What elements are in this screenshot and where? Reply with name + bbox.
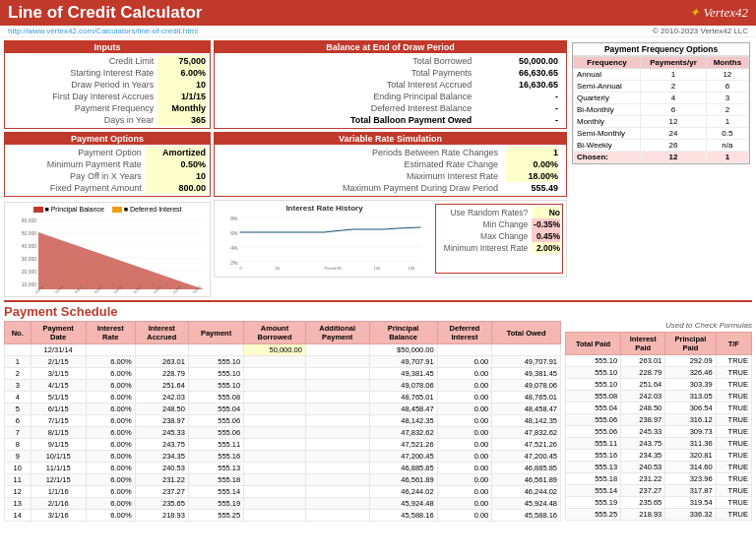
schedule-row: 34/1/156.00%251.64555.1049,078.060.0049,… (5, 380, 561, 392)
po-value-option[interactable]: Amortized (146, 147, 206, 158)
check-cell: 320.81 (665, 450, 716, 462)
freq-payments-chosen: 12 (641, 152, 707, 163)
freq-col-frequency: Frequency (574, 57, 641, 69)
payment-schedule-section: Payment Schedule No. PaymentDate Interes… (4, 300, 752, 522)
bal-value-balloon: - (479, 114, 558, 126)
schedule-cell: 6.00% (86, 392, 135, 404)
check-cell: TRUE (716, 438, 751, 450)
inputs-section: Inputs Credit Limit 75,000 Starting Inte… (4, 40, 211, 129)
ir-chart-svg: 8% 6% 4% 2% 0 40 Period 80 120 1 (218, 213, 431, 272)
sched-col-principal: PrincipalBalance (369, 322, 437, 344)
svg-marker-12 (38, 232, 204, 289)
header-link[interactable]: http://www.vertex42.com/Calculators/line… (8, 27, 198, 35)
freq-name-bi-weekly: Bi-Weekly (574, 140, 641, 152)
rr-value-use-random[interactable]: No (532, 207, 560, 218)
freq-col-months: Months (706, 57, 748, 69)
rr-row-max-change: Max Change 0.45% (438, 230, 560, 242)
schedule-cell: 5/1/15 (31, 392, 86, 404)
input-value-payment-freq[interactable]: Monthly (158, 102, 206, 114)
svg-text:140: 140 (409, 266, 415, 271)
freq-row-quarterly: Quarterly 4 3 (574, 93, 749, 104)
check-formulas-title: Used to Check Formulas (565, 321, 752, 330)
schedule-cell: 555.18 (188, 474, 243, 486)
schedule-cell: 48,765.01 (369, 392, 437, 404)
po-value-payoff[interactable]: 10 (146, 170, 206, 182)
schedule-cell: 0.00 (437, 474, 492, 486)
input-value-credit-limit[interactable]: 75,000 (158, 55, 206, 67)
check-cell: 555.18 (566, 473, 621, 485)
principal-chart-svg: 60,000 50,000 40,000 30,000 20,000 10,00… (9, 215, 206, 293)
input-label-payment-freq: Payment Frequency (9, 102, 158, 114)
input-value-days[interactable]: 365 (158, 114, 206, 126)
schedule-cell: 49,381.45 (492, 368, 561, 380)
po-value-min-rate[interactable]: 0.50% (146, 158, 206, 170)
schedule-cell: 240.53 (135, 463, 188, 474)
bal-value-payments: 66,630.65 (479, 67, 558, 79)
check-cell: 231.22 (621, 473, 665, 485)
schedule-cell: 49,707.91 (369, 356, 437, 368)
check-row: 555.25218.93336.32TRUE (566, 509, 752, 521)
input-label-first-day: First Day Interest Accrues (9, 91, 158, 102)
svg-text:2%: 2% (230, 260, 238, 266)
check-cell: 234.35 (621, 450, 665, 462)
check-row: 555.10251.64303.39TRUE (566, 379, 752, 391)
rr-label-min-change: Min Change (438, 218, 532, 230)
schedule-cell: 1 (5, 356, 32, 368)
check-cell: 555.10 (566, 379, 621, 391)
schedule-cell (305, 415, 369, 427)
check-cell: 228.79 (621, 367, 665, 379)
freq-name-monthly: Monthly (574, 116, 641, 128)
legend-deferred: ■ Deferred Interest (112, 206, 182, 213)
input-value-draw-period[interactable]: 10 (158, 79, 206, 91)
schedule-cell: 50,000.00 (244, 344, 306, 356)
bal-row-ending-principal: Ending Principal Balance - (222, 91, 558, 102)
schedule-cell: 2/1/15 (31, 356, 86, 368)
check-cell: 303.39 (665, 379, 716, 391)
freq-months-semi-monthly: 0.5 (706, 128, 748, 140)
vr-value-estimated[interactable]: 0.00% (506, 158, 558, 170)
bal-row-payments: Total Payments 66,630.65 (222, 67, 558, 79)
svg-text:40: 40 (276, 266, 281, 271)
po-row-min-rate: Minimum Payment Rate 0.50% (9, 158, 206, 170)
vr-value-periods[interactable]: 1 (506, 147, 558, 158)
schedule-row: 12/31/1450,000.00$50,000.00 (5, 344, 561, 356)
input-row-first-day: First Day Interest Accrues 1/1/15 (9, 91, 206, 102)
schedule-table-wrap: No. PaymentDate InterestRate InterestAcc… (4, 321, 561, 522)
po-label-min-rate: Minimum Payment Rate (9, 158, 146, 170)
ir-chart-section: Interest Rate History 8% 6% 4% 2% 0 (214, 200, 567, 278)
schedule-cell: 235.65 (135, 498, 188, 510)
input-value-interest-rate[interactable]: 6.00% (158, 67, 206, 79)
schedule-cell: 10/1/15 (31, 451, 86, 463)
schedule-cell: 234.35 (135, 451, 188, 463)
vr-value-max-payment: 555.49 (506, 182, 558, 194)
rr-value-min-rate[interactable]: 2.00% (532, 242, 560, 254)
po-row-payoff: Pay Off in X Years 10 (9, 170, 206, 182)
vr-value-max-rate[interactable]: 18.00% (506, 170, 558, 182)
rr-value-min-change[interactable]: -0.35% (532, 218, 560, 230)
schedule-cell: 2 (5, 368, 32, 380)
freq-name-quarterly: Quarterly (574, 93, 641, 104)
svg-text:60,000: 60,000 (22, 217, 37, 223)
schedule-cell: 6/1/15 (31, 404, 86, 415)
schedule-cell: 555.04 (188, 404, 243, 415)
schedule-cell: 0.00 (437, 439, 492, 451)
freq-name-chosen: Chosen: (574, 152, 641, 163)
payment-schedule-title: Payment Schedule (4, 302, 752, 321)
check-row: 555.19235.65319.54TRUE (566, 497, 752, 509)
schedule-cell: 2/1/16 (31, 498, 86, 510)
rr-value-max-change[interactable]: 0.45% (532, 230, 560, 242)
check-col-principal: PrincipalPaid (665, 333, 716, 355)
check-cell: 555.10 (566, 355, 621, 367)
schedule-cell: 8 (5, 439, 32, 451)
schedule-cell: 3/1/15 (31, 368, 86, 380)
schedule-cell (305, 510, 369, 522)
schedule-cell: 48,765.01 (492, 392, 561, 404)
schedule-cell (305, 380, 369, 392)
chart-legend: ■ Principal Balance ■ Deferred Interest (8, 206, 207, 213)
input-label-draw-period: Draw Period in Years (9, 79, 158, 91)
input-value-first-day[interactable]: 1/1/15 (158, 91, 206, 102)
schedule-cell: 6.00% (86, 498, 135, 510)
po-value-fixed[interactable]: 800.00 (146, 182, 206, 194)
check-cell: 306.54 (665, 403, 716, 414)
check-cell: 555.06 (566, 414, 621, 426)
